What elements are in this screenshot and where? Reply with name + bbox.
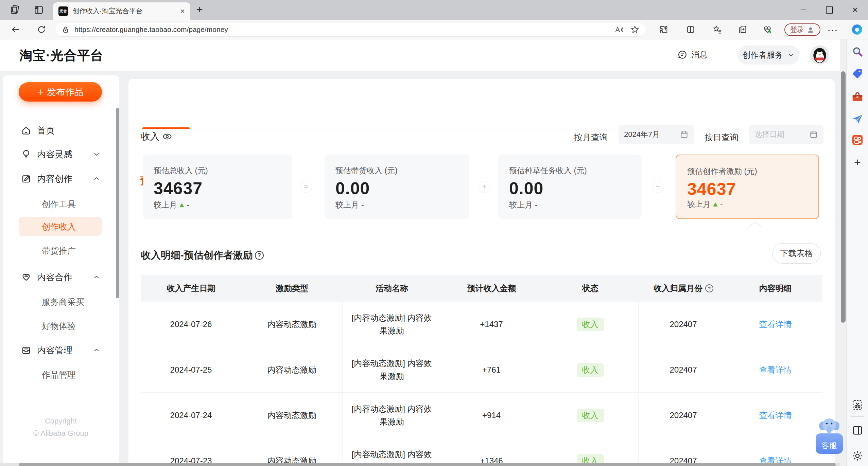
vertical-scrollbar-thumb[interactable] bbox=[841, 71, 846, 323]
sidebar-item-cooperation[interactable]: 内容合作 bbox=[3, 265, 119, 289]
view-detail-link[interactable]: 查看详情 bbox=[759, 409, 792, 422]
trend-up-icon bbox=[179, 203, 184, 207]
cell-status: 收入 bbox=[542, 438, 639, 466]
table-row: 2024-07-26 内容动态激励 [内容动态激励] 内容效果激励 +1437 … bbox=[141, 302, 822, 347]
col-header-month: 收入归属月份? bbox=[639, 283, 728, 294]
table-row: 2024-07-25 内容动态激励 [内容动态激励] 内容效果激励 +761 收… bbox=[141, 347, 822, 393]
favorites-icon[interactable] bbox=[713, 25, 722, 34]
inbox-icon bbox=[21, 345, 31, 355]
cell-amount: +1346 bbox=[441, 438, 542, 466]
cell-amount: +761 bbox=[441, 347, 542, 392]
cell-date: 2024-07-23 bbox=[141, 438, 241, 466]
month-picker[interactable]: 2024年7月 bbox=[619, 125, 694, 144]
compare-label: 较上月 bbox=[154, 200, 177, 210]
split-screen-icon[interactable] bbox=[686, 25, 695, 34]
back-icon[interactable] bbox=[11, 25, 20, 34]
address-bar[interactable]: https://creator.guanghe.taobao.com/page/… bbox=[55, 23, 646, 36]
date-picker[interactable]: 选择日期 bbox=[749, 125, 823, 144]
sidebar-item-creation[interactable]: 内容创作 bbox=[3, 167, 119, 191]
new-tab-icon[interactable]: + bbox=[196, 3, 203, 16]
messages-button[interactable]: 消息 bbox=[677, 49, 708, 60]
horizontal-scrollbar-thumb[interactable] bbox=[19, 463, 836, 466]
card-creator-incentive[interactable]: 预估创作者激励 (元) 34637 较上月 - bbox=[676, 155, 819, 219]
cell-detail: 查看详情 bbox=[728, 393, 822, 438]
extensions-icon[interactable] bbox=[659, 25, 669, 34]
sidebar-item-label: 好物体验 bbox=[42, 320, 76, 331]
sidebar-item-works-management[interactable]: 作品管理 bbox=[42, 365, 76, 384]
sidebar-item-home[interactable]: 首页 bbox=[3, 119, 119, 142]
web-capture-icon[interactable] bbox=[851, 399, 864, 411]
gear-icon[interactable] bbox=[851, 450, 864, 462]
vertical-scrollbar[interactable] bbox=[840, 39, 846, 466]
add-to-sidebar-icon[interactable]: + bbox=[851, 156, 864, 168]
browser-tabstrip: 光合 创作收入·淘宝光合平台 × + ─ × bbox=[0, 0, 868, 20]
tabs-divider bbox=[128, 129, 835, 129]
sidebar-item-creation-tools[interactable]: 创作工具 bbox=[42, 194, 76, 214]
sidebar-item-inspiration[interactable]: 内容灵感 bbox=[3, 142, 119, 166]
question-icon[interactable]: ? bbox=[705, 284, 713, 292]
publish-button[interactable]: + 发布作品 bbox=[19, 82, 102, 102]
compare-delta: - bbox=[535, 200, 538, 210]
user-avatar[interactable] bbox=[810, 46, 829, 65]
support-badge[interactable]: 客服 bbox=[816, 433, 843, 454]
horizontal-scrollbar[interactable] bbox=[0, 463, 840, 466]
paper-plane-icon[interactable] bbox=[851, 113, 864, 125]
col-header-activity: 活动名称 bbox=[343, 283, 441, 294]
elephant-mascot-icon bbox=[818, 416, 840, 435]
shopping-tag-icon[interactable] bbox=[851, 68, 864, 80]
favorite-star-icon[interactable] bbox=[630, 25, 640, 34]
browser-tab[interactable]: 光合 创作收入·淘宝光合平台 × bbox=[53, 2, 190, 20]
customer-support-button[interactable]: 客服 bbox=[816, 418, 843, 455]
compare-delta: - bbox=[720, 200, 723, 209]
cell-type: 内容动态激励 bbox=[241, 347, 343, 392]
workspaces-icon[interactable] bbox=[10, 4, 20, 15]
calendar-icon bbox=[809, 130, 818, 139]
card-value: 0.00 bbox=[335, 179, 458, 198]
kuaishou-icon[interactable] bbox=[851, 134, 864, 146]
compare-delta: - bbox=[361, 200, 364, 210]
rail-divider bbox=[851, 416, 864, 417]
sidebar-split-icon[interactable] bbox=[851, 424, 864, 436]
minimize-icon[interactable]: ─ bbox=[791, 0, 816, 20]
card-label: 预估总收入 (元) bbox=[154, 165, 281, 176]
download-table-button[interactable]: 下载表格 bbox=[772, 243, 821, 264]
sidebar-divider bbox=[3, 388, 119, 388]
sidebar-item-creation-income[interactable]: 创作收入 bbox=[42, 217, 76, 236]
collections-icon[interactable] bbox=[738, 25, 747, 34]
more-icon[interactable]: ··· bbox=[828, 26, 838, 35]
browser-essentials-icon[interactable] bbox=[763, 25, 772, 34]
login-label: 登录 bbox=[790, 25, 804, 34]
copilot-icon[interactable] bbox=[851, 23, 863, 36]
view-detail-link[interactable]: 查看详情 bbox=[759, 363, 792, 376]
sidebar-item-label: 作品管理 bbox=[42, 369, 76, 380]
eye-icon[interactable] bbox=[162, 131, 172, 142]
sidebar-item-service-purchase[interactable]: 服务商采买 bbox=[42, 292, 84, 312]
lock-icon[interactable] bbox=[62, 25, 70, 34]
table-header-row: 收入产生日期 激励类型 活动名称 预计收入金额 状态 收入归属月份? 内容明细 bbox=[141, 275, 822, 302]
sidebar-scrollbar[interactable] bbox=[116, 108, 119, 298]
card-value: 34637 bbox=[154, 179, 281, 198]
view-detail-link[interactable]: 查看详情 bbox=[759, 318, 792, 331]
card-label: 预估种草任务收入 (元) bbox=[509, 165, 631, 176]
sidebar-item-management[interactable]: 内容管理 bbox=[3, 338, 119, 362]
cell-date: 2024-07-25 bbox=[141, 347, 241, 392]
cell-activity: [内容动态激励] 内容效果激励 bbox=[343, 438, 441, 466]
question-icon[interactable]: ? bbox=[255, 251, 264, 260]
refresh-icon[interactable] bbox=[37, 25, 46, 34]
url-text[interactable]: https://creator.guanghe.taobao.com/page/… bbox=[74, 25, 608, 34]
handshake-icon bbox=[21, 272, 31, 282]
site-logo[interactable]: 淘宝·光合平台 bbox=[19, 47, 104, 64]
creator-service-menu[interactable]: 创作者服务 bbox=[737, 46, 799, 65]
cell-amount: +914 bbox=[441, 393, 542, 438]
sidebar-item-product-trial[interactable]: 好物体验 bbox=[42, 316, 76, 336]
tab-close-icon[interactable]: × bbox=[180, 6, 185, 16]
toolbox-icon[interactable] bbox=[851, 91, 864, 103]
tab-layout-icon[interactable] bbox=[33, 4, 44, 15]
messages-label: 消息 bbox=[691, 49, 708, 60]
login-button[interactable]: 登录 bbox=[784, 23, 820, 36]
maximize-icon[interactable] bbox=[816, 0, 842, 20]
search-icon[interactable] bbox=[851, 46, 864, 58]
window-close-icon[interactable]: × bbox=[842, 0, 868, 20]
read-aloud-icon[interactable] bbox=[614, 25, 624, 34]
sidebar-item-promotion[interactable]: 带货推广 bbox=[42, 241, 76, 261]
